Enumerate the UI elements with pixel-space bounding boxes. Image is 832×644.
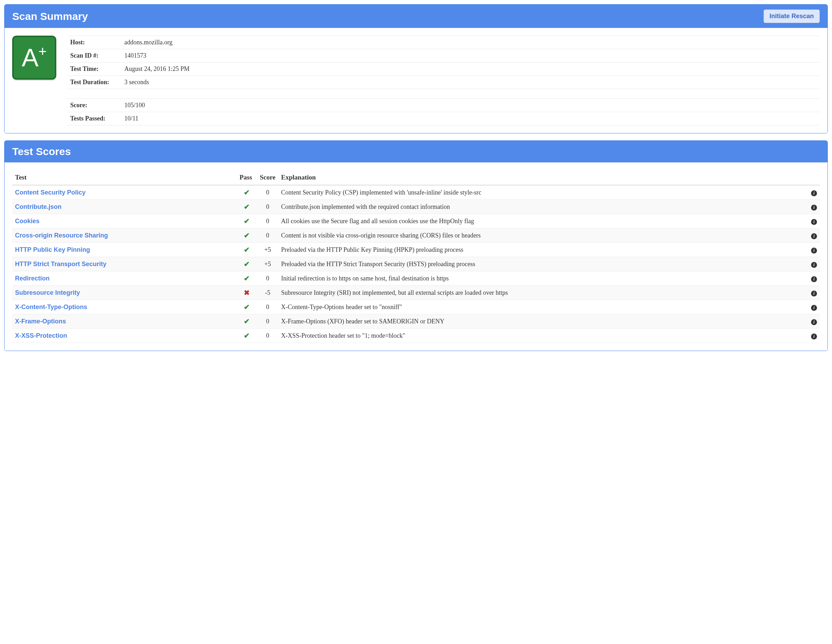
score-value: 0 (257, 314, 278, 329)
score-value: 0 (257, 329, 278, 343)
info-icon[interactable]: i (811, 276, 817, 282)
info-icon[interactable]: i (811, 319, 817, 325)
summary-row-score: Score: 105/100 (67, 99, 820, 112)
summary-value: 10/11 (121, 112, 820, 125)
test-link[interactable]: HTTP Strict Transport Security (15, 260, 107, 267)
test-link[interactable]: Content Security Policy (15, 189, 86, 196)
test-link[interactable]: Contribute.json (15, 203, 61, 210)
scan-summary-title: Scan Summary (12, 11, 88, 22)
test-scores-panel: Test Scores Test Pass Score Explanation … (4, 141, 828, 351)
col-pass: Pass (237, 170, 257, 185)
test-link[interactable]: X-Frame-Options (15, 318, 66, 325)
table-row: Cookies✔0All cookies use the Secure flag… (12, 214, 820, 229)
score-value: -5 (257, 286, 278, 300)
test-scores-body: Test Pass Score Explanation Content Secu… (5, 162, 827, 351)
summary-table: Host: addons.mozilla.org Scan ID #: 1401… (67, 36, 820, 125)
summary-label: Test Time: (67, 62, 121, 76)
test-scores-title: Test Scores (12, 145, 71, 158)
summary-label: Score: (67, 99, 121, 112)
explanation-text: Preloaded via the HTTP Public Key Pinnin… (278, 243, 808, 257)
summary-value: August 24, 2016 1:25 PM (121, 62, 820, 76)
explanation-text: All cookies use the Secure flag and all … (278, 214, 808, 229)
explanation-text: Content Security Policy (CSP) implemente… (278, 185, 808, 200)
check-icon: ✔ (244, 318, 250, 325)
explanation-text: Initial redirection is to https on same … (278, 272, 808, 286)
table-row: Contribute.json✔0Contribute.json impleme… (12, 200, 820, 214)
score-value: 0 (257, 185, 278, 200)
info-icon[interactable]: i (811, 248, 817, 254)
grade-suffix: + (38, 44, 46, 59)
summary-row-test-duration: Test Duration: 3 seconds (67, 76, 820, 89)
check-icon: ✔ (244, 203, 250, 211)
x-icon: ✖ (244, 289, 250, 297)
explanation-text: Subresource Integrity (SRI) not implemen… (278, 286, 808, 300)
grade-badge: A+ (12, 36, 56, 80)
check-icon: ✔ (244, 246, 250, 254)
explanation-text: X-XSS-Protection header set to "1; mode=… (278, 329, 808, 343)
scan-summary-header: Scan Summary Initiate Rescan (5, 5, 827, 28)
summary-row-scan-id: Scan ID #: 1401573 (67, 49, 820, 62)
explanation-text: Contribute.json implemented with the req… (278, 200, 808, 214)
test-link[interactable]: HTTP Public Key Pinning (15, 246, 90, 253)
check-icon: ✔ (244, 232, 250, 239)
summary-label: Scan ID #: (67, 49, 121, 62)
table-row: HTTP Strict Transport Security✔+5Preload… (12, 257, 820, 272)
scan-summary-body: A+ Host: addons.mozilla.org Scan ID #: 1… (5, 28, 827, 133)
col-explanation: Explanation (278, 170, 808, 185)
test-link[interactable]: X-XSS-Protection (15, 332, 67, 339)
score-value: 0 (257, 272, 278, 286)
info-icon[interactable]: i (811, 219, 817, 225)
test-link[interactable]: Subresource Integrity (15, 289, 80, 296)
table-row: X-XSS-Protection✔0X-XSS-Protection heade… (12, 329, 820, 343)
check-icon: ✔ (244, 189, 250, 196)
test-link[interactable]: Cross-origin Resource Sharing (15, 232, 108, 239)
info-icon[interactable]: i (811, 291, 817, 297)
info-icon[interactable]: i (811, 262, 817, 268)
summary-row-host: Host: addons.mozilla.org (67, 36, 820, 49)
score-value: +5 (257, 257, 278, 272)
score-value: 0 (257, 300, 278, 314)
summary-spacer (67, 89, 820, 99)
scores-table: Test Pass Score Explanation Content Secu… (12, 170, 820, 343)
info-icon[interactable]: i (811, 190, 817, 196)
col-test: Test (12, 170, 237, 185)
info-icon[interactable]: i (811, 205, 817, 211)
test-link[interactable]: X-Content-Type-Options (15, 304, 87, 310)
table-row: HTTP Public Key Pinning✔+5Preloaded via … (12, 243, 820, 257)
test-link[interactable]: Cookies (15, 217, 40, 225)
score-value: 0 (257, 229, 278, 243)
col-info (808, 170, 820, 185)
col-score: Score (257, 170, 278, 185)
table-row: Cross-origin Resource Sharing✔0Content i… (12, 229, 820, 243)
check-icon: ✔ (244, 275, 250, 282)
explanation-text: X-Content-Type-Options header set to "no… (278, 300, 808, 314)
summary-label: Host: (67, 36, 121, 49)
score-value: 0 (257, 214, 278, 229)
info-icon[interactable]: i (811, 233, 817, 239)
test-scores-header: Test Scores (5, 141, 827, 162)
test-link[interactable]: Redirection (15, 275, 50, 282)
explanation-text: Content is not visible via cross-origin … (278, 229, 808, 243)
score-value: +5 (257, 243, 278, 257)
summary-label: Test Duration: (67, 76, 121, 89)
scan-summary-panel: Scan Summary Initiate Rescan A+ Host: ad… (4, 4, 828, 133)
info-icon[interactable]: i (811, 305, 817, 311)
table-row: Subresource Integrity✖-5Subresource Inte… (12, 286, 820, 300)
grade-letter: A (22, 43, 38, 72)
explanation-text: Preloaded via the HTTP Strict Transport … (278, 257, 808, 272)
check-icon: ✔ (244, 217, 250, 225)
summary-value: addons.mozilla.org (121, 36, 820, 49)
info-icon[interactable]: i (811, 334, 817, 339)
table-row: Redirection✔0Initial redirection is to h… (12, 272, 820, 286)
table-row: Content Security Policy✔0Content Securit… (12, 185, 820, 200)
initiate-rescan-button[interactable]: Initiate Rescan (763, 10, 820, 23)
check-icon: ✔ (244, 303, 250, 311)
summary-value: 3 seconds (121, 76, 820, 89)
summary-label: Tests Passed: (67, 112, 121, 125)
summary-value: 1401573 (121, 49, 820, 62)
summary-value: 105/100 (121, 99, 820, 112)
check-icon: ✔ (244, 260, 250, 268)
summary-row-test-time: Test Time: August 24, 2016 1:25 PM (67, 62, 820, 76)
score-value: 0 (257, 200, 278, 214)
table-row: X-Frame-Options✔0X-Frame-Options (XFO) h… (12, 314, 820, 329)
